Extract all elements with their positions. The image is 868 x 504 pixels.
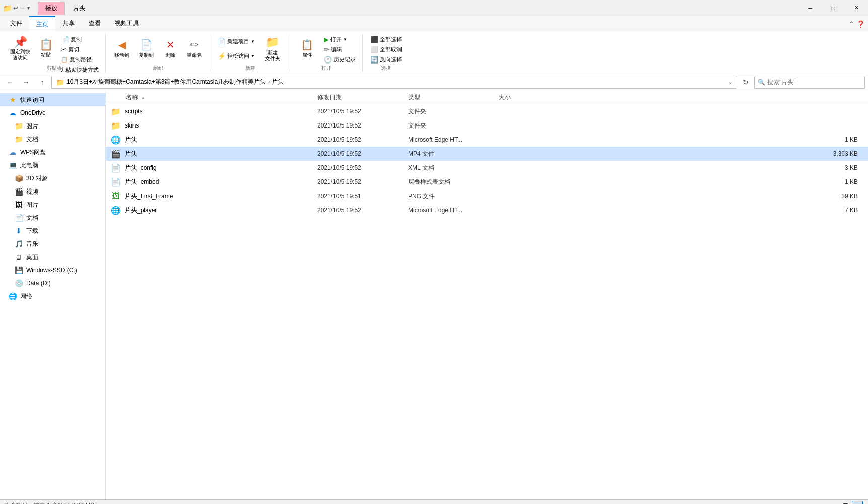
- edit-button[interactable]: ✏ 编辑: [321, 44, 358, 54]
- sidebar-item-downloads[interactable]: ⬇ 下载: [0, 224, 105, 237]
- new-folder-button[interactable]: 📁 新建文件夹: [259, 34, 286, 64]
- sidebar-item-wps[interactable]: ☁ WPS网盘: [0, 146, 105, 159]
- sidebar-item-onedrive-label: OneDrive: [20, 109, 46, 116]
- rename-button[interactable]: ✏ 重命名: [183, 34, 206, 64]
- organize-group-label: 组织: [111, 65, 206, 72]
- address-dropdown-arrow[interactable]: ⌄: [728, 79, 732, 85]
- invert-label: 反向选择: [380, 56, 402, 64]
- sidebar-item-this-pc[interactable]: 💻 此电脑: [0, 159, 105, 172]
- sidebar-item-3d-objects[interactable]: 📦 3D 对象: [0, 172, 105, 185]
- new-item-arrow: ▼: [251, 39, 255, 44]
- file-date-scripts: 2021/10/5 19:52: [317, 108, 408, 115]
- easy-access-button[interactable]: ⚡ 轻松访问 ▼: [215, 51, 257, 61]
- title-tab-header[interactable]: 片头: [66, 2, 92, 15]
- detail-view-icon: ⊞: [855, 502, 860, 505]
- easy-access-label: 轻松访问: [227, 52, 249, 60]
- sidebar-item-quick-access[interactable]: ★ 快速访问: [0, 93, 105, 106]
- properties-button[interactable]: 📋 属性: [295, 34, 319, 64]
- css-icon: 📄: [111, 177, 121, 187]
- pin-icon: 📌: [14, 37, 27, 48]
- sidebar-item-music[interactable]: 🎵 音乐: [0, 237, 105, 250]
- copy-to-button[interactable]: 📄 复制到: [135, 34, 157, 64]
- detail-view-button[interactable]: ⊞: [852, 501, 863, 505]
- undo-icon[interactable]: ↩: [13, 5, 18, 12]
- scissors-icon: ✂: [61, 46, 66, 53]
- easy-access-arrow: ▼: [251, 54, 255, 58]
- sidebar-item-documents[interactable]: 📁 文档: [0, 133, 105, 146]
- file-row-first-frame[interactable]: 🖼 片头_First_Frame 2021/10/5 19:51 PNG 文件 …: [106, 189, 868, 203]
- pin-to-quick-access-button[interactable]: 📌 固定到快速访问: [7, 34, 33, 64]
- copy-path-button[interactable]: 📋 复制路径: [58, 54, 101, 65]
- file-row-scripts[interactable]: 📁 scripts 2021/10/5 19:52 文件夹: [106, 104, 868, 118]
- back-button[interactable]: ←: [3, 76, 17, 89]
- ribbon-tab-home[interactable]: 主页: [29, 16, 55, 32]
- file-row-skins[interactable]: 📁 skins 2021/10/5 19:52 文件夹: [106, 118, 868, 133]
- sidebar-item-pc-documents[interactable]: 📄 文档: [0, 211, 105, 224]
- sidebar-item-desktop[interactable]: 🖥 桌面: [0, 250, 105, 264]
- up-button[interactable]: ↑: [35, 76, 49, 89]
- file-row-config[interactable]: 📄 片头_config 2021/10/5 19:52 XML 文档 3 KB: [106, 161, 868, 175]
- sidebar-item-pictures[interactable]: 📁 图片: [0, 119, 105, 133]
- ribbon-tab-view[interactable]: 查看: [82, 16, 108, 32]
- select-none-button[interactable]: ⬜ 全部取消: [368, 44, 405, 54]
- sidebar-item-network[interactable]: 🌐 网络: [0, 290, 105, 303]
- name-sort-arrow: ▲: [141, 95, 145, 100]
- file-row-embed[interactable]: 📄 片头_embed 2021/10/5 19:52 层叠样式表文档 1 KB: [106, 175, 868, 189]
- search-input[interactable]: [767, 79, 861, 86]
- select-all-button[interactable]: ⬛ 全部选择: [368, 34, 405, 44]
- ribbon-tab-file[interactable]: 文件: [3, 16, 29, 32]
- title-tab-playback[interactable]: 播放: [38, 2, 65, 15]
- delete-button[interactable]: ✕ 删除: [159, 34, 181, 64]
- data-d-icon: 💿: [14, 279, 23, 287]
- maximize-button[interactable]: □: [822, 0, 845, 16]
- file-row-piantou-mp4[interactable]: 🎬 片头 2021/10/5 19:52 MP4 文件 3,363 KB: [106, 147, 868, 161]
- address-bar[interactable]: 📁 10月3日+左旋葡萄糖+Camtasia+第3篇+教你用Camtasia几步…: [51, 76, 737, 89]
- minimize-button[interactable]: ─: [798, 0, 822, 16]
- copy-path-icon: 📋: [61, 56, 68, 63]
- sidebar-item-data-d[interactable]: 💿 Data (D:): [0, 277, 105, 290]
- history-button[interactable]: 🕐 历史记录: [321, 54, 358, 65]
- search-box[interactable]: 🔍: [754, 76, 865, 89]
- png-icon: 🖼: [111, 192, 121, 201]
- col-name-header[interactable]: 名称 ▲: [106, 93, 317, 102]
- ribbon-tab-share[interactable]: 共享: [55, 16, 82, 32]
- col-type-header[interactable]: 类型: [408, 93, 499, 102]
- ribbon-collapse-icon[interactable]: ⌃: [849, 20, 854, 28]
- paste-button[interactable]: 📋 粘贴: [35, 34, 56, 64]
- sidebar-item-windows-ssd[interactable]: 💾 Windows-SSD (C:): [0, 264, 105, 277]
- redo-icon[interactable]: ↪: [20, 5, 25, 12]
- move-to-button[interactable]: ◀ 移动到: [111, 34, 133, 64]
- item-count: 8 个项目: [5, 501, 28, 504]
- sidebar-item-videos[interactable]: 🎬 视频: [0, 185, 105, 198]
- open-button[interactable]: ▶ 打开 ▼: [321, 34, 358, 44]
- xml-icon: 📄: [111, 163, 121, 173]
- file-row-piantou-html[interactable]: 🌐 片头 2021/10/5 19:52 Microsoft Edge HT..…: [106, 133, 868, 147]
- file-name-config: 📄 片头_config: [106, 163, 317, 173]
- col-size-header[interactable]: 大小: [499, 93, 868, 102]
- network-icon: 🌐: [8, 292, 17, 300]
- invert-selection-button[interactable]: 🔄 反向选择: [368, 54, 405, 65]
- folder-icon-scripts: 📁: [111, 107, 121, 116]
- videos-icon: 🎬: [14, 187, 23, 196]
- mp4-icon: 🎬: [111, 149, 121, 159]
- forward-button[interactable]: →: [19, 76, 33, 89]
- list-view-button[interactable]: ☰: [840, 501, 851, 505]
- sidebar-item-onedrive[interactable]: ☁ OneDrive: [0, 106, 105, 119]
- wps-icon: ☁: [8, 148, 17, 156]
- copy-to-label: 复制到: [139, 52, 154, 59]
- file-row-player[interactable]: 🌐 片头_player 2021/10/5 19:52 Microsoft Ed…: [106, 203, 868, 217]
- open-label: 打开: [330, 36, 342, 43]
- sidebar-item-pc-pictures[interactable]: 🖼 图片: [0, 198, 105, 211]
- cut-button[interactable]: ✂ 剪切: [58, 44, 101, 54]
- col-date-header[interactable]: 修改日期: [317, 93, 408, 102]
- refresh-button[interactable]: ↻: [739, 76, 752, 89]
- file-name-text-player: 片头_player: [125, 206, 157, 215]
- ribbon-help-icon[interactable]: ❓: [856, 20, 865, 28]
- copy-button[interactable]: 📄 复制: [58, 34, 101, 44]
- ribbon-tab-video-tools[interactable]: 视频工具: [108, 16, 146, 32]
- file-type-piantou-html: Microsoft Edge HT...: [408, 136, 499, 143]
- close-button[interactable]: ✕: [845, 0, 868, 16]
- new-item-button[interactable]: 📄 新建项目 ▼: [215, 37, 257, 47]
- dropdown-arrow[interactable]: ▼: [26, 6, 31, 11]
- sidebar-item-quick-access-label: 快速访问: [20, 96, 44, 104]
